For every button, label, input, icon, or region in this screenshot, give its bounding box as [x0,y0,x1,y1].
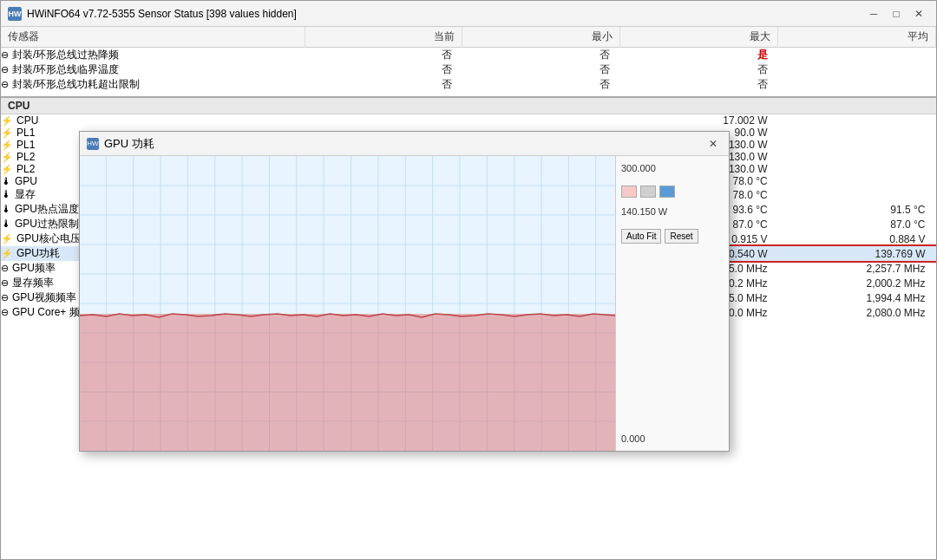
bolt-icon [1,163,13,175]
window-controls: ─ □ ✕ [863,5,929,23]
avg-value: 87.0 °C [778,217,936,231]
sensor-label: 封装/环形总线过热降频 [1,48,305,63]
table-row: 封装/环形总线功耗超出限制 否 否 否 [1,77,936,92]
sensor-label: CPU [1,114,305,127]
current-value: 否 [305,48,462,63]
current-value [305,114,462,127]
avg-value [778,77,936,92]
avg-value [778,48,936,63]
thermometer-icon: 🌡 [1,218,11,230]
avg-value [778,62,936,77]
avg-value [778,175,936,187]
max-value: 是 [620,48,778,63]
circle-minus-icon [1,63,9,75]
popup-close-button[interactable]: ✕ [704,136,722,152]
auto-fit-button[interactable]: Auto Fit [621,229,661,244]
col-max: 最大 [620,27,778,48]
circle-minus-icon [1,78,9,90]
maximize-button[interactable]: □ [886,5,907,23]
swatch-gray [640,186,656,198]
circle-minus-icon [1,49,9,61]
avg-value [778,139,936,151]
app-icon: HW [8,7,22,21]
avg-value: 1,994.4 MHz [778,290,936,305]
popup-title-left: HW GPU 功耗 [87,136,154,152]
window-title: HWiNFO64 v7.72-5355 Sensor Status [398 v… [27,8,297,20]
thermometer-icon: 🌡 [1,175,11,187]
bolt-icon [1,114,13,127]
sensor-label: 封装/环形总线临界温度 [1,62,305,77]
chart-area [80,156,616,451]
circle-minus-icon [1,306,9,318]
bolt-icon [1,247,13,259]
popup-content: 300.000 140.150 W Auto Fit Reset 0.000 [80,156,729,451]
swatch-blue [659,186,675,198]
chart-sidebar: 300.000 140.150 W Auto Fit Reset 0.000 [616,156,729,451]
section-header-label: CPU [1,97,936,114]
bolt-icon [1,151,13,163]
reset-button[interactable]: Reset [665,229,698,244]
avg-value [778,114,936,127]
current-value: 否 [305,62,462,77]
popup-app-icon: HW [87,138,99,150]
avg-value [778,163,936,175]
circle-minus-icon [1,277,9,289]
avg-value: 0.884 V [778,231,936,246]
main-window: HW HWiNFO64 v7.72-5355 Sensor Status [39… [0,0,937,560]
svg-rect-29 [80,314,615,451]
avg-value: 2,257.7 MHz [778,261,936,276]
popup-title-bar: HW GPU 功耗 ✕ [80,132,729,156]
chart-current-value: 140.150 W [621,206,724,217]
table-row: 封装/环形总线过热降频 否 否 是 [1,48,936,63]
col-sensor: 传感器 [1,27,305,48]
avg-value [778,127,936,139]
thermometer-icon: 🌡 [1,188,11,200]
chart-svg [80,156,615,451]
avg-value: 2,000.2 MHz [778,276,936,290]
sensor-label: 封装/环形总线功耗超出限制 [1,77,305,92]
popup-title-text: GPU 功耗 [104,136,154,152]
minimize-button[interactable]: ─ [863,5,884,23]
table-row: 封装/环形总线临界温度 否 否 否 [1,62,936,77]
legend-swatches [621,186,724,198]
circle-minus-icon [1,262,9,274]
table-row: CPU [1,97,936,114]
thermometer-icon: 🌡 [1,203,11,215]
chart-max-value: 300.000 [621,163,724,173]
bolt-icon [1,127,13,139]
avg-value: 139.769 W [778,246,936,261]
current-value: 否 [305,77,462,92]
circle-minus-icon [1,291,9,303]
min-value [462,114,620,127]
autofit-reset-controls: Auto Fit Reset [621,229,724,244]
avg-value: 91.5 °C [778,202,936,217]
chart-min-value: 0.000 [621,433,724,444]
bolt-icon [1,139,13,151]
close-button[interactable]: ✕ [908,5,929,23]
min-value: 否 [462,62,620,77]
max-value: 否 [620,62,778,77]
max-value: 17.002 W [620,114,778,127]
table-row: CPU 17.002 W [1,114,936,127]
col-min: 最小 [462,27,620,48]
gpu-power-popup: HW GPU 功耗 ✕ [79,131,730,452]
avg-value [778,151,936,163]
title-bar-left: HW HWiNFO64 v7.72-5355 Sensor Status [39… [8,7,297,21]
min-value: 否 [462,77,620,92]
avg-value [778,187,936,202]
min-value: 否 [462,48,620,63]
title-bar: HW HWiNFO64 v7.72-5355 Sensor Status [39… [1,1,936,27]
col-avg: 平均 [778,27,936,48]
max-value: 否 [620,77,778,92]
col-current: 当前 [305,27,462,48]
swatch-pink [621,186,637,198]
avg-value: 2,080.0 MHz [778,305,936,320]
bolt-icon [1,232,13,244]
